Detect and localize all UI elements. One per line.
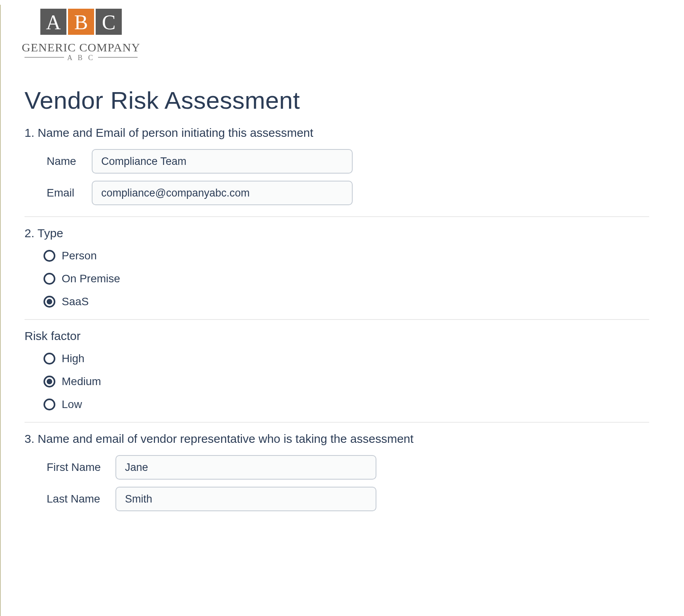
radio-icon <box>43 376 55 387</box>
divider <box>25 319 649 320</box>
radio-label: SaaS <box>62 295 89 308</box>
q3-label: 3. Name and email of vendor representati… <box>25 432 649 446</box>
q2-options-option-1[interactable]: On Premise <box>43 272 649 285</box>
radio-icon <box>43 399 55 410</box>
q3-first-name-input[interactable] <box>115 455 376 480</box>
radio-label: High <box>62 352 85 365</box>
q2-options-option-2[interactable]: SaaS <box>43 295 649 308</box>
section-risk: Risk factor HighMediumLow <box>25 329 649 423</box>
radio-icon <box>43 250 55 262</box>
radio-icon <box>43 296 55 308</box>
radio-label: Low <box>62 398 82 411</box>
risk-options-option-0[interactable]: High <box>43 352 649 365</box>
radio-icon <box>43 353 55 365</box>
risk-radio-list: HighMediumLow <box>43 352 649 411</box>
q2-radio-list: PersonOn PremiseSaaS <box>43 249 649 308</box>
radio-label: Medium <box>62 375 101 388</box>
logo-letter-a: A <box>46 11 61 34</box>
company-logo: A B C GENERIC COMPANY A B C <box>13 5 684 72</box>
q2-label: 2. Type <box>25 227 649 240</box>
q1-label: 1. Name and Email of person initiating t… <box>25 126 649 140</box>
q1-name-label: Name <box>47 155 82 168</box>
section-q1: 1. Name and Email of person initiating t… <box>25 126 649 217</box>
radio-icon <box>43 273 55 285</box>
logo-letter-c: C <box>102 11 116 34</box>
risk-options-option-2[interactable]: Low <box>43 398 649 411</box>
q1-email-input[interactable] <box>92 181 353 205</box>
q1-email-label: Email <box>47 187 82 199</box>
section-q2: 2. Type PersonOn PremiseSaaS <box>25 227 649 320</box>
risk-options-option-1[interactable]: Medium <box>43 375 649 388</box>
radio-label: Person <box>62 249 97 262</box>
q3-last-name-label: Last Name <box>47 493 106 505</box>
q3-first-name-label: First Name <box>47 461 106 474</box>
logo-subtext: A B C <box>67 54 95 62</box>
divider <box>25 216 649 217</box>
q1-name-input[interactable] <box>92 149 353 174</box>
risk-label: Risk factor <box>25 329 649 343</box>
radio-label: On Premise <box>62 272 120 285</box>
logo-company-name: GENERIC COMPANY <box>22 41 140 54</box>
q2-options-option-0[interactable]: Person <box>43 249 649 262</box>
section-q3: 3. Name and email of vendor representati… <box>25 432 649 511</box>
divider <box>25 422 649 423</box>
page-title: Vendor Risk Assessment <box>25 86 649 114</box>
q3-last-name-input[interactable] <box>115 487 376 511</box>
logo-letter-b: B <box>74 11 88 34</box>
